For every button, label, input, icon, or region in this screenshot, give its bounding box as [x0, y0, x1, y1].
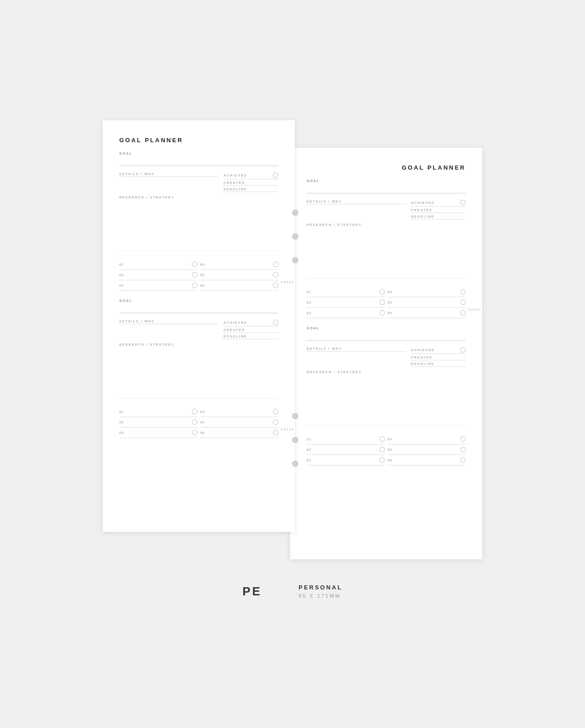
right-step-check-03[interactable] — [379, 310, 385, 316]
left2-step-02: 02 — [119, 417, 197, 428]
left-step-check-04[interactable] — [273, 262, 278, 267]
right-research-section-2: RESEARCH / STRATEGY — [307, 370, 466, 426]
right-steps-col2: 04 05 06 — [388, 287, 466, 318]
right-step-03: 03 — [307, 308, 385, 318]
left2-step-check-01[interactable] — [192, 409, 197, 414]
right-achieved-check-1[interactable] — [460, 200, 466, 205]
left-achieved-label-2: ACHIEVED — [223, 321, 247, 324]
left-goal-label-1: GOAL — [119, 152, 278, 155]
right-steps-section-1: 01 02 03 04 — [307, 287, 466, 318]
right-step-06: 06 — [388, 308, 466, 318]
left-step-check-01[interactable] — [192, 262, 197, 267]
left-details-left-2: DETAILS / WHY — [119, 320, 219, 339]
left-goal-label-2: GOAL — [119, 299, 278, 302]
footer-size-value: 95 X 171MM — [298, 593, 342, 599]
left-step-check-05[interactable] — [273, 272, 278, 278]
right-page: GOAL PLANNER GOAL DETAILS / WHY ACHIEVED… — [290, 148, 482, 559]
left-created-2: CREATED — [223, 328, 278, 333]
right-goal-line-1 — [307, 184, 466, 193]
left2-step-check-04[interactable] — [273, 409, 278, 414]
right2-step-check-04[interactable] — [460, 436, 466, 442]
right-goal-label-2: GOAL — [307, 327, 466, 330]
left-details-right-2: ACHIEVED CREATED DEADLINE — [219, 320, 278, 339]
left-steps-col1: 01 02 03 — [119, 259, 197, 291]
left-step-check-02[interactable] — [192, 272, 197, 278]
left2-step-check-02[interactable] — [192, 419, 197, 425]
right2-step-06: 06 — [388, 455, 466, 466]
right-step-check-06[interactable] — [460, 310, 466, 316]
right-achieved-label-2: ACHIEVED — [411, 348, 435, 352]
right-page-title: GOAL PLANNER — [307, 164, 466, 171]
right2-step-03: 03 — [307, 455, 385, 466]
right-achieved-row-2: ACHIEVED — [411, 347, 466, 354]
right-step-02: 02 — [307, 297, 385, 308]
left2-step-04: 04 — [200, 407, 278, 417]
left2-step-check-06[interactable] — [273, 430, 278, 435]
right-details-label-2: DETAILS / WHY — [307, 347, 406, 352]
right-step-check-05[interactable] — [460, 300, 466, 305]
right2-step-check-02[interactable] — [379, 447, 385, 452]
right2-step-04: 04 — [388, 434, 466, 444]
left-goal-section-2: GOAL DETAILS / WHY ACHIEVED CREATED DEAD… — [119, 299, 278, 398]
right-created-1: CREATED — [411, 209, 466, 213]
left-step-06: 06 — [200, 280, 278, 291]
bullet-1 — [292, 209, 298, 216]
left-step-03: 03 — [119, 280, 197, 291]
right2-step-02: 02 — [307, 444, 385, 455]
footer-size-label: PERSONAL — [298, 582, 342, 593]
right-goal-section-1: GOAL DETAILS / WHY ACHIEVED CREATED DEAD… — [307, 179, 466, 278]
left2-step-check-05[interactable] — [273, 419, 278, 425]
right-goal-line-2 — [307, 332, 466, 341]
right2-step-check-05[interactable] — [460, 447, 466, 452]
left-research-area-1 — [119, 201, 278, 251]
right-step-01: 01 — [307, 287, 385, 297]
right2-step-05: 05 — [388, 444, 466, 455]
right-details-row-2: DETAILS / WHY ACHIEVED CREATED DEADLINE — [307, 347, 466, 367]
right-research-label-1: RESEARCH / STRATEGY — [307, 223, 466, 226]
left-achieved-label-1: ACHIEVED — [223, 174, 247, 177]
right-deadline-2: DEADLINE — [411, 362, 466, 367]
right-steps-col1: 01 02 03 — [307, 287, 385, 318]
left-step-check-06[interactable] — [273, 283, 278, 288]
right2-step-check-06[interactable] — [460, 457, 466, 463]
footer: PE PERSONAL 95 X 171MM — [243, 582, 343, 607]
right-achieved-row-1: ACHIEVED — [411, 200, 466, 207]
right-created-2: CREATED — [411, 356, 466, 360]
left-achieved-row-1: ACHIEVED — [223, 172, 278, 179]
left-created-1: CREATED — [223, 181, 278, 186]
left-details-label-2: DETAILS / WHY — [119, 320, 219, 324]
left-page-title: GOAL PLANNER — [119, 137, 278, 144]
left-goal-line-1 — [119, 157, 278, 166]
left-step-05: 05 — [200, 270, 278, 280]
right-achieved-check-2[interactable] — [460, 347, 466, 353]
right-step-check-04[interactable] — [460, 289, 466, 294]
right2-step-check-03[interactable] — [379, 457, 385, 463]
right-details-right-1: ACHIEVED CREATED DEADLINE — [406, 200, 466, 219]
left2-step-check-03[interactable] — [192, 430, 197, 435]
right-step-check-02[interactable] — [379, 300, 385, 305]
left-step-check-03[interactable] — [192, 283, 197, 288]
right-research-label-2: RESEARCH / STRATEGY — [307, 370, 466, 374]
right2-step-check-01[interactable] — [379, 436, 385, 442]
right-goal-label-1: GOAL — [307, 179, 466, 182]
right-research-area-2 — [307, 375, 466, 426]
left-goal-section-1: GOAL DETAILS / WHY ACHIEVED CREATED DEAD… — [119, 152, 278, 251]
left-steps-section-1: 01 02 03 04 — [119, 259, 278, 291]
right2-step-01: 01 — [307, 434, 385, 444]
left-achieved-check-1[interactable] — [273, 172, 278, 178]
left-achieved-check-2[interactable] — [273, 320, 278, 325]
left-details-row-2: DETAILS / WHY ACHIEVED CREATED DEADLINE — [119, 320, 278, 339]
left-steps-label-2: STEPS — [280, 428, 293, 431]
right-step-check-01[interactable] — [379, 289, 385, 294]
left-steps-label-1: STEPS — [280, 281, 293, 284]
left2-step-06: 06 — [200, 428, 278, 438]
right-steps-label-1: STEPS — [467, 308, 481, 311]
left2-step-05: 05 — [200, 417, 278, 428]
left-steps-section-2: 01 02 03 04 — [119, 407, 278, 438]
left-details-label-1: DETAILS / WHY — [119, 172, 219, 177]
bullet-5 — [292, 437, 298, 443]
left-research-area-2 — [119, 348, 278, 398]
left-details-row-1: DETAILS / WHY ACHIEVED CREATED DEADLINE — [119, 172, 278, 192]
left-steps2-col2: 04 05 06 — [200, 407, 278, 438]
left-research-label-2: RESEARCH / STRATEGY — [119, 343, 278, 346]
